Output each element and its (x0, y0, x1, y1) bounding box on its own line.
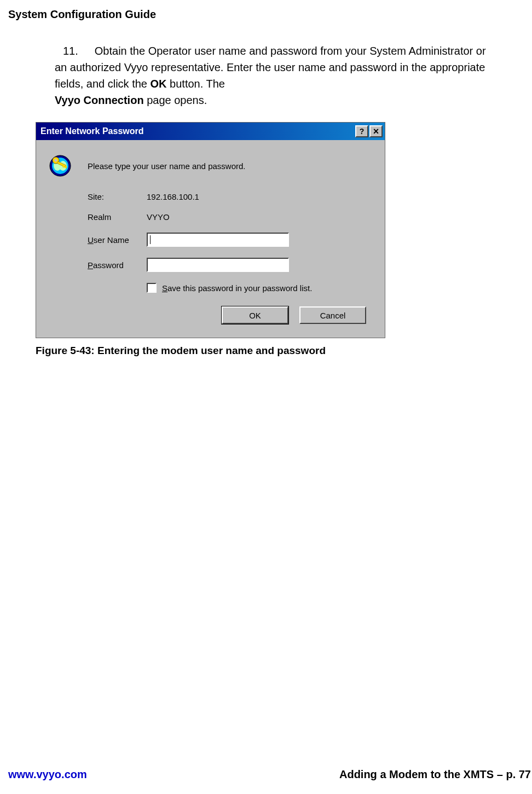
username-row: User Name (48, 233, 374, 247)
password-input[interactable] (147, 258, 289, 272)
ok-button[interactable]: OK (222, 306, 288, 324)
realm-row: Realm VYYO (48, 212, 374, 222)
enter-network-password-dialog: Enter Network Password ? × (36, 122, 385, 338)
close-button[interactable]: × (369, 125, 383, 137)
help-button[interactable]: ? (355, 125, 368, 137)
site-value: 192.168.100.1 (147, 192, 199, 201)
step-text-mid: button. The (167, 78, 225, 90)
site-row: Site: 192.168.100.1 (48, 192, 374, 201)
password-row: Password (48, 258, 374, 272)
save-password-row: Save this password in your password list… (48, 283, 374, 293)
titlebar-buttons: ? × (355, 125, 383, 137)
page-header: System Configuration Guide (0, 0, 532, 21)
step-number: 11. (63, 43, 78, 59)
svg-point-5 (55, 159, 57, 162)
footer-url: www.vyyo.com (8, 768, 87, 781)
dialog-body: Please type your user name and password.… (36, 140, 385, 338)
page-footer: www.vyyo.com Adding a Modem to the XMTS … (8, 768, 532, 781)
username-input[interactable] (147, 233, 289, 247)
step-text-1: Obtain the Operator user name and passwo… (55, 45, 486, 90)
realm-label: Realm (88, 212, 147, 222)
step-11-text: 11.Obtain the Operator user name and pas… (55, 43, 499, 108)
save-password-label: Save this password in your password list… (162, 283, 312, 293)
footer-section: Adding a Modem to the XMTS – p. 77 (339, 768, 531, 781)
dialog-button-row: OK Cancel (48, 306, 374, 324)
site-label: Site: (88, 192, 147, 201)
dialog-screenshot: Enter Network Password ? × (36, 122, 386, 338)
dialog-title: Enter Network Password (41, 126, 144, 136)
figure-caption: Figure 5-43: Entering the modem user nam… (36, 345, 499, 357)
cancel-button[interactable]: Cancel (299, 306, 366, 324)
vyyo-connection-bold: Vyyo Connection (55, 94, 144, 106)
username-label: User Name (88, 235, 147, 245)
key-icon (48, 154, 72, 178)
save-password-checkbox[interactable] (147, 283, 157, 293)
text-cursor-icon (150, 235, 151, 244)
step-text-after: page opens. (144, 94, 207, 106)
password-label: Password (88, 260, 147, 270)
prompt-row: Please type your user name and password. (48, 154, 374, 178)
content-area: 11.Obtain the Operator user name and pas… (0, 21, 532, 357)
ok-bold: OK (151, 78, 167, 90)
realm-value: VYYO (147, 212, 170, 222)
dialog-titlebar: Enter Network Password ? × (36, 123, 385, 140)
prompt-text: Please type your user name and password. (88, 161, 246, 171)
